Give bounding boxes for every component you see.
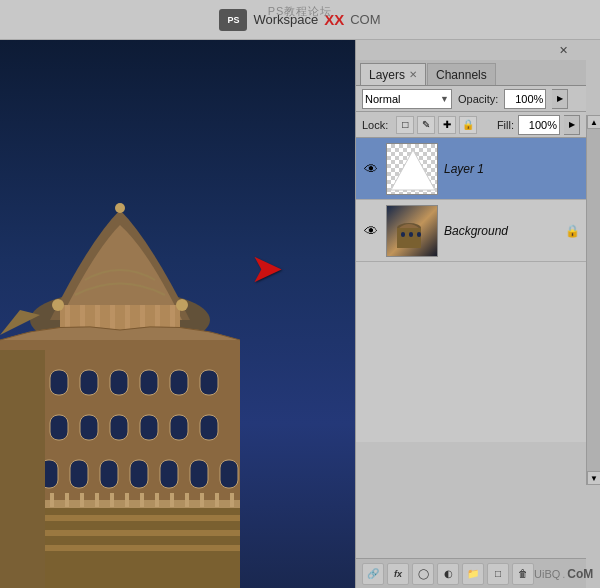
blend-mode-row: Normal ▼ Opacity: 100% ▶ xyxy=(356,86,586,112)
new-layer-button[interactable]: □ xyxy=(487,563,509,585)
svg-point-56 xyxy=(176,299,188,311)
ps-icon: PS xyxy=(219,9,247,31)
scrollbar-down-button[interactable]: ▼ xyxy=(587,471,600,485)
svg-rect-21 xyxy=(80,415,98,440)
tab-channels-label: Channels xyxy=(436,68,487,82)
svg-rect-18 xyxy=(200,370,218,395)
group-icon: 📁 xyxy=(467,568,479,579)
svg-rect-33 xyxy=(220,460,238,488)
blend-mode-arrow-icon: ▼ xyxy=(440,94,449,104)
svg-rect-48 xyxy=(200,493,204,507)
tab-channels[interactable]: Channels xyxy=(427,63,496,85)
svg-rect-20 xyxy=(50,415,68,440)
panel-topbar: ✕ xyxy=(356,40,586,60)
panel-scrollbar: ▲ ▼ xyxy=(586,115,600,485)
lock-transparency-button[interactable]: □ xyxy=(396,116,414,134)
layers-empty-space xyxy=(356,262,586,442)
svg-rect-45 xyxy=(155,493,159,507)
svg-rect-29 xyxy=(100,460,118,488)
blend-mode-select[interactable]: Normal ▼ xyxy=(362,89,452,109)
svg-rect-63 xyxy=(401,232,405,237)
lock-move-button[interactable]: ✚ xyxy=(438,116,456,134)
layers-list: 👁 Layer 1 👁 xyxy=(356,138,586,558)
layer1-visibility-icon[interactable]: 👁 xyxy=(362,160,380,178)
main-area: ➤ ✕ Layers ✕ Channels Normal xyxy=(0,40,600,588)
opacity-value: 100% xyxy=(515,93,543,105)
group-button[interactable]: 📁 xyxy=(462,563,484,585)
lock-icons-group: □ ✎ ✚ 🔒 xyxy=(396,116,477,134)
fill-input[interactable]: 100% xyxy=(518,115,560,135)
svg-rect-14 xyxy=(80,370,98,395)
lock-all-icon: 🔒 xyxy=(462,119,474,130)
background-lock-icon: 🔒 xyxy=(565,224,580,238)
background-name: Background xyxy=(444,224,559,238)
opacity-arrow-button[interactable]: ▶ xyxy=(552,89,568,109)
adjustment-icon: ◐ xyxy=(444,568,453,579)
lock-paint-icon: ✎ xyxy=(422,119,430,130)
blend-mode-value: Normal xyxy=(365,93,400,105)
opacity-label: Opacity: xyxy=(458,93,498,105)
svg-rect-32 xyxy=(190,460,208,488)
bottom-watermark: UiBQ . CoM xyxy=(534,563,593,585)
panel-close-button[interactable]: ✕ xyxy=(559,45,568,56)
watermark-right: CoM xyxy=(567,567,593,581)
canvas-image: ➤ xyxy=(0,40,355,588)
svg-rect-13 xyxy=(50,370,68,395)
svg-rect-31 xyxy=(160,460,178,488)
svg-rect-64 xyxy=(409,232,413,237)
tabs-row: Layers ✕ Channels xyxy=(356,60,586,86)
delete-layer-button[interactable]: 🗑 xyxy=(512,563,534,585)
delete-layer-icon: 🗑 xyxy=(518,568,528,579)
background-visibility-icon[interactable]: 👁 xyxy=(362,222,380,240)
background-thumbnail xyxy=(386,205,438,257)
opacity-input[interactable]: 100% xyxy=(504,89,546,109)
svg-rect-58 xyxy=(0,350,45,588)
watermark-left: UiBQ xyxy=(534,568,560,580)
svg-rect-25 xyxy=(200,415,218,440)
com-label: COM xyxy=(350,12,380,27)
tab-layers-close[interactable]: ✕ xyxy=(409,69,417,80)
watermark-top: PS教程论坛 xyxy=(268,4,333,19)
panel-content: ✕ Layers ✕ Channels Normal ▼ Opacity: xyxy=(356,40,586,588)
svg-point-57 xyxy=(115,203,125,213)
svg-rect-42 xyxy=(110,493,114,507)
svg-rect-16 xyxy=(140,370,158,395)
fill-value: 100% xyxy=(529,119,557,131)
canvas-area: ➤ xyxy=(0,40,355,588)
svg-marker-59 xyxy=(391,150,435,190)
fill-arrow-button[interactable]: ▶ xyxy=(564,115,580,135)
layer-item-background[interactable]: 👁 xyxy=(356,200,586,262)
layer1-thumbnail xyxy=(386,143,438,195)
link-layers-icon: 🔗 xyxy=(367,568,379,579)
watermark-dot: . xyxy=(562,568,565,580)
mask-button[interactable]: ◯ xyxy=(412,563,434,585)
panel-bottom-toolbar: 🔗 fx ◯ ◐ 📁 □ xyxy=(356,558,586,588)
svg-point-55 xyxy=(52,299,64,311)
svg-rect-23 xyxy=(140,415,158,440)
svg-rect-65 xyxy=(417,232,421,237)
fx-button[interactable]: fx xyxy=(387,563,409,585)
svg-rect-41 xyxy=(95,493,99,507)
svg-rect-46 xyxy=(170,493,174,507)
svg-rect-38 xyxy=(50,493,54,507)
lock-paint-button[interactable]: ✎ xyxy=(417,116,435,134)
svg-rect-47 xyxy=(185,493,189,507)
scrollbar-up-button[interactable]: ▲ xyxy=(587,115,600,129)
svg-rect-40 xyxy=(80,493,84,507)
svg-rect-50 xyxy=(230,493,234,507)
background-thumb-image xyxy=(387,206,438,257)
layer1-name: Layer 1 xyxy=(444,162,580,176)
lock-all-button[interactable]: 🔒 xyxy=(459,116,477,134)
link-layers-button[interactable]: 🔗 xyxy=(362,563,384,585)
lock-label: Lock: xyxy=(362,119,388,131)
svg-rect-49 xyxy=(215,493,219,507)
tab-layers[interactable]: Layers ✕ xyxy=(360,63,426,85)
lock-row: Lock: □ ✎ ✚ 🔒 Fill: xyxy=(356,112,586,138)
bottom-btn-group: 🔗 fx ◯ ◐ 📁 □ xyxy=(362,563,534,585)
layer-item-layer1[interactable]: 👁 Layer 1 xyxy=(356,138,586,200)
top-bar: PS教程论坛 PS Workspace XX COM xyxy=(0,0,600,40)
fill-section: Fill: 100% ▶ xyxy=(497,115,580,135)
adjustment-button[interactable]: ◐ xyxy=(437,563,459,585)
svg-rect-62 xyxy=(397,228,421,248)
fx-icon: fx xyxy=(394,569,402,579)
